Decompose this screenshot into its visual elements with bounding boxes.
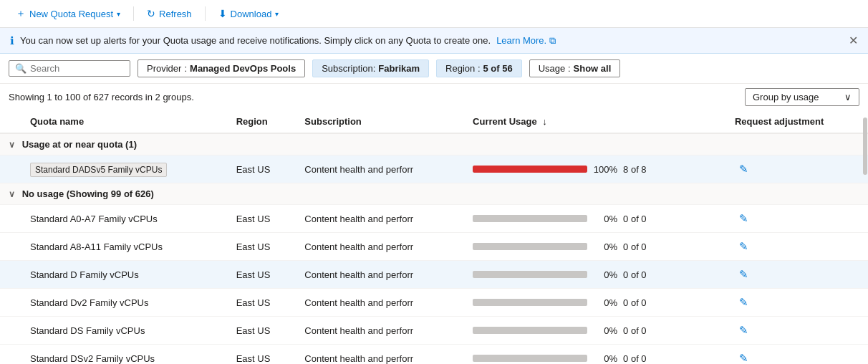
subscription-label: Subscription: <box>322 63 375 74</box>
progress-bar-wrap <box>473 166 587 173</box>
progress-bar-wrap <box>473 327 587 334</box>
region-filter-chip[interactable]: Region : 5 of 56 <box>436 59 522 77</box>
row-expand-cell <box>0 289 21 317</box>
row-quota-name: Standard A8-A11 Family vCPUs <box>21 233 228 261</box>
group-header-row[interactable]: ∨ No usage (Showing 99 of 626) <box>0 183 868 205</box>
row-usage: 0% 0 of 0 <box>464 289 726 317</box>
edit-button[interactable]: ✎ <box>735 350 753 364</box>
progress-bar-wrap <box>473 271 587 278</box>
col-current-usage[interactable]: Current Usage ↓ <box>464 110 726 133</box>
group-header-cell: ∨ Usage at or near quota (1) <box>0 133 868 155</box>
refresh-button[interactable]: ↻ Refresh <box>140 5 199 22</box>
group-by-dropdown[interactable]: Group by usage ∨ <box>745 88 859 106</box>
quota-chip: Standard DADSv5 Family vCPUs <box>30 163 167 177</box>
row-quota-name: Standard DADSv5 Family vCPUs <box>21 155 228 183</box>
edit-button[interactable]: ✎ <box>735 322 753 338</box>
sort-icon: ↓ <box>542 116 547 127</box>
new-quota-button[interactable]: ＋ New Quota Request ▾ <box>9 4 127 23</box>
download-button[interactable]: ⬇ Download ▾ <box>211 5 286 22</box>
row-quota-name: Standard A0-A7 Family vCPUs <box>21 205 228 233</box>
provider-filter-chip[interactable]: Provider : Managed DevOps Pools <box>138 59 305 77</box>
edit-button[interactable]: ✎ <box>735 211 753 226</box>
banner-close-button[interactable]: ✕ <box>849 34 858 47</box>
usage-count: 0 of 0 <box>623 269 652 280</box>
collapse-icon[interactable]: ∨ <box>9 140 15 150</box>
table-row[interactable]: Standard DSv2 Family vCPUs East US Conte… <box>0 345 868 365</box>
new-quota-chevron: ▾ <box>117 10 120 18</box>
usage-percentage: 0% <box>593 241 617 252</box>
row-adjustment: ✎ <box>726 317 868 345</box>
usage-count: 0 of 0 <box>623 325 652 336</box>
edit-button[interactable]: ✎ <box>735 239 753 254</box>
table-row[interactable]: Standard DS Family vCPUs East US Content… <box>0 317 868 345</box>
row-adjustment: ✎ <box>726 261 868 289</box>
search-input[interactable] <box>30 63 124 74</box>
summary-groups-text: 2 groups. <box>155 92 194 102</box>
provider-label: Provider <box>147 63 181 74</box>
edit-button[interactable]: ✎ <box>735 161 753 177</box>
row-expand-cell <box>0 233 21 261</box>
row-region: East US <box>228 155 296 183</box>
filter-row: 🔍 Provider : Managed DevOps Pools Subscr… <box>0 54 868 84</box>
info-icon: ℹ <box>10 34 14 47</box>
row-region: East US <box>228 289 296 317</box>
usage-percentage: 0% <box>593 214 617 224</box>
summary-text: Showing 1 to 100 of 627 records in 2 gro… <box>9 92 194 102</box>
progress-bar-wrap <box>473 299 587 306</box>
row-adjustment: ✎ <box>726 155 868 183</box>
col-quota-name: Quota name <box>21 110 228 133</box>
usage-count: 0 of 0 <box>623 214 652 224</box>
progress-bar-wrap <box>473 355 587 362</box>
toolbar: ＋ New Quota Request ▾ ↻ Refresh ⬇ Downlo… <box>0 0 868 28</box>
row-quota-name: Standard DS Family vCPUs <box>21 317 228 345</box>
table-row[interactable]: Standard A8-A11 Family vCPUs East US Con… <box>0 233 868 261</box>
usage-percentage: 100% <box>593 164 617 175</box>
row-adjustment: ✎ <box>726 289 868 317</box>
table-row[interactable]: Standard A0-A7 Family vCPUs East US Cont… <box>0 205 868 233</box>
table-row[interactable]: Standard D Family vCPUs East US Content … <box>0 261 868 289</box>
usage-count: 8 of 8 <box>623 164 652 175</box>
row-region: East US <box>228 205 296 233</box>
row-quota-name: Standard Dv2 Family vCPUs <box>21 289 228 317</box>
table-row[interactable]: Standard DADSv5 Family vCPUs East US Con… <box>0 155 868 183</box>
table-row[interactable]: Standard Dv2 Family vCPUs East US Conten… <box>0 289 868 317</box>
table-container: Quota name Region Subscription Current U… <box>0 110 868 364</box>
edit-button[interactable]: ✎ <box>735 267 753 282</box>
download-label: Download <box>231 9 272 19</box>
region-value: 5 of 56 <box>483 63 513 74</box>
row-expand-cell <box>0 155 21 183</box>
edit-button[interactable]: ✎ <box>735 294 753 310</box>
row-usage: 100% 8 of 8 <box>464 155 726 183</box>
row-subscription: Content health and perforr <box>296 345 464 365</box>
download-icon: ⬇ <box>218 8 227 19</box>
chevron-down-icon: ∨ <box>844 92 852 102</box>
table-body: ∨ Usage at or near quota (1) Standard DA… <box>0 133 868 364</box>
banner-text: You can now set up alerts for your Quota… <box>20 35 491 46</box>
toolbar-divider-1 <box>133 6 134 21</box>
row-subscription: Content health and perforr <box>296 155 464 183</box>
search-box[interactable]: 🔍 <box>9 60 130 77</box>
usage-filter-chip[interactable]: Usage : Show all <box>529 59 621 77</box>
usage-percentage: 0% <box>593 353 617 364</box>
usage-label: Usage : <box>539 63 571 74</box>
learn-more-link[interactable]: Learn More. ⧉ <box>496 35 556 47</box>
row-expand-cell <box>0 345 21 365</box>
collapse-icon[interactable]: ∨ <box>9 189 15 199</box>
group-dropdown-label: Group by usage <box>753 92 819 102</box>
group-header-row[interactable]: ∨ Usage at or near quota (1) <box>0 133 868 155</box>
scroll-indicator[interactable] <box>862 110 868 364</box>
row-adjustment: ✎ <box>726 233 868 261</box>
progress-bar-wrap <box>473 243 587 250</box>
row-usage: 0% 0 of 0 <box>464 261 726 289</box>
row-expand-cell <box>0 205 21 233</box>
row-subscription: Content health and perforr <box>296 205 464 233</box>
new-icon: ＋ <box>16 7 26 20</box>
subscription-filter-chip[interactable]: Subscription: Fabrikam <box>312 59 429 77</box>
col-request-adjustment: Request adjustment <box>726 110 868 133</box>
progress-bar-wrap <box>473 215 587 222</box>
group-header-cell: ∨ No usage (Showing 99 of 626) <box>0 183 868 205</box>
learn-more-text: Learn More. <box>496 35 546 46</box>
row-region: East US <box>228 345 296 365</box>
row-subscription: Content health and perforr <box>296 289 464 317</box>
col-region: Region <box>228 110 296 133</box>
